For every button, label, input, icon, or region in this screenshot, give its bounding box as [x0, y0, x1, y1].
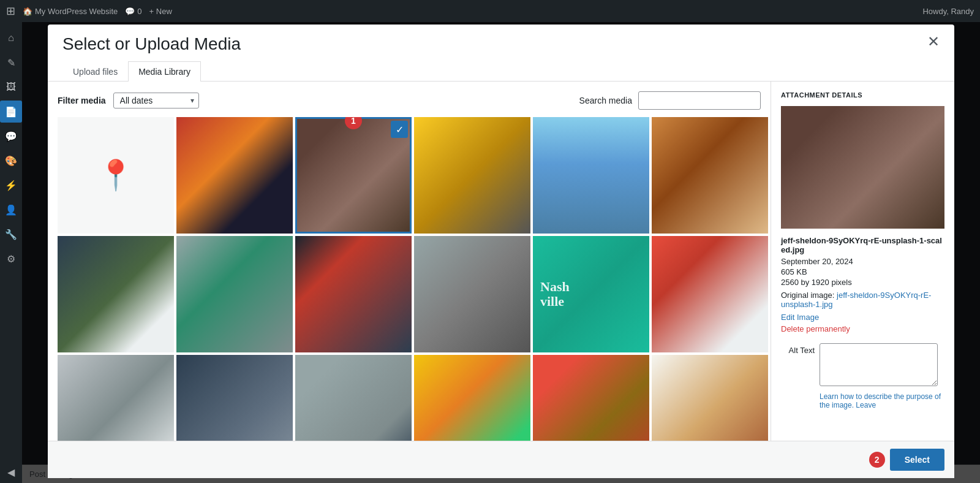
media-item-bridge[interactable]	[533, 117, 649, 234]
admin-bar-comments[interactable]: 💬 0	[125, 7, 141, 16]
media-item-bike3[interactable]	[295, 355, 412, 441]
media-item-moto2[interactable]	[176, 355, 293, 441]
media-item-signs[interactable]	[414, 117, 530, 234]
sidebar-icon-comments[interactable]: 💬	[0, 125, 22, 147]
tab-media-library[interactable]: Media Library	[128, 61, 201, 82]
alt-text-hint-link[interactable]: Learn how to describe the purpose of the…	[820, 392, 944, 409]
attachment-date: September 20, 2024	[781, 257, 944, 266]
filter-bar: Filter media All dates Search media	[58, 91, 771, 110]
attachment-panel: ATTACHMENT DETAILS jeff-sheldon-9SyOKYrq…	[771, 82, 954, 441]
placeholder-graphic: 📍	[58, 117, 174, 234]
admin-bar-user: Howdy, Randy	[922, 7, 974, 16]
media-item-motorcycle[interactable]	[295, 236, 412, 352]
attachment-dimensions: 2560 by 1920 pixels	[781, 278, 944, 287]
comments-icon: 💬	[125, 7, 135, 16]
admin-bar-new[interactable]: + New	[149, 7, 172, 16]
media-item-rv2[interactable]	[652, 236, 768, 352]
modal-tabs: Upload files Media Library	[62, 61, 940, 81]
attachment-panel-title: ATTACHMENT DETAILS	[781, 91, 944, 99]
original-image-label: Original image: jeff-sheldon-9SyOKYrq-rE…	[781, 291, 944, 309]
media-item-placeholder[interactable]: 📍	[58, 117, 174, 234]
media-item-books-selected[interactable]: 1 ✓	[295, 117, 412, 234]
admin-bar-home[interactable]: 🏠 My WordPress Website	[23, 7, 118, 16]
check-icon: ✓	[391, 121, 408, 138]
attachment-filename: jeff-sheldon-9SyOKYrq-rE-unsplash-1-scal…	[781, 236, 944, 254]
alt-text-input[interactable]	[820, 343, 938, 386]
media-grid: 📍 1 ✓	[58, 117, 768, 441]
date-filter-select[interactable]: All dates	[113, 93, 199, 108]
media-item-yellow-taxi[interactable]	[414, 355, 530, 441]
search-area: Search media	[579, 91, 761, 110]
media-item-bw-scene[interactable]	[58, 355, 174, 441]
sidebar-icon-pages[interactable]: 📄	[0, 101, 22, 123]
sidebar-icon-media[interactable]: 🖼	[0, 76, 22, 98]
select-button[interactable]: Select	[890, 449, 944, 471]
sidebar: ⌂ ✎ 🖼 📄 💬 🎨 ⚡ 👤 🔧 ⚙ ◀	[0, 22, 22, 483]
modal-title: Select or Upload Media	[62, 34, 940, 54]
media-item-rv[interactable]	[58, 236, 174, 352]
alt-text-input-area: Learn how to describe the purpose of the…	[820, 343, 944, 409]
sidebar-icon-users[interactable]: 👤	[0, 199, 22, 221]
modal-footer: 2 Select	[48, 441, 954, 478]
search-media-input[interactable]	[638, 91, 761, 110]
filter-left: Filter media All dates	[58, 93, 199, 108]
tab-upload-files[interactable]: Upload files	[62, 61, 128, 82]
media-grid-area: Filter media All dates Search media	[48, 82, 771, 441]
date-filter-wrapper: All dates	[113, 93, 199, 108]
media-item-city-sunset[interactable]	[176, 117, 293, 234]
wp-logo-icon[interactable]: ⊞	[6, 4, 15, 18]
admin-bar: ⊞ 🏠 My WordPress Website 💬 0 + New Howdy…	[0, 0, 980, 22]
admin-bar-left: ⊞ 🏠 My WordPress Website 💬 0 + New	[6, 4, 913, 18]
media-item-books2[interactable]	[533, 355, 649, 441]
search-media-label: Search media	[579, 96, 632, 105]
location-icon: 📍	[97, 158, 134, 192]
modal-close-button[interactable]: ✕	[922, 32, 944, 51]
modal-overlay: Select or Upload Media ✕ Upload files Me…	[22, 22, 980, 483]
modal-body: Filter media All dates Search media	[48, 82, 954, 441]
sidebar-icon-posts[interactable]: ✎	[0, 51, 22, 74]
delete-image-link[interactable]: Delete permanently	[781, 324, 944, 333]
sidebar-icon-settings[interactable]: ⚙	[0, 248, 22, 270]
footer-badge-2: 2	[869, 452, 885, 468]
edit-image-link[interactable]: Edit Image	[781, 313, 944, 322]
modal-header: Select or Upload Media ✕ Upload files Me…	[48, 25, 954, 82]
alt-text-section: Alt Text Learn how to describe the purpo…	[781, 343, 944, 409]
media-item-coffee[interactable]	[652, 355, 768, 441]
filter-label: Filter media	[58, 96, 106, 105]
media-item-nashville[interactable]: Nashville	[533, 236, 649, 352]
media-item-old-truck[interactable]	[176, 236, 293, 352]
media-modal: Select or Upload Media ✕ Upload files Me…	[48, 25, 954, 478]
alt-text-label: Alt Text	[781, 346, 815, 355]
media-item-classic-car[interactable]	[414, 236, 530, 352]
sidebar-icon-appearance[interactable]: 🎨	[0, 150, 22, 172]
sidebar-icon-plugins[interactable]: ⚡	[0, 174, 22, 196]
media-grid-scroll[interactable]: 📍 1 ✓	[58, 117, 771, 441]
attachment-filesize: 605 KB	[781, 267, 944, 276]
media-item-cafe[interactable]	[652, 117, 768, 234]
sidebar-icon-collapse[interactable]: ◀	[0, 461, 22, 483]
sidebar-icon-tools[interactable]: 🔧	[0, 223, 22, 245]
attachment-thumbnail	[781, 106, 944, 229]
sidebar-icon-dashboard[interactable]: ⌂	[0, 27, 22, 49]
home-icon: 🏠	[23, 7, 32, 16]
